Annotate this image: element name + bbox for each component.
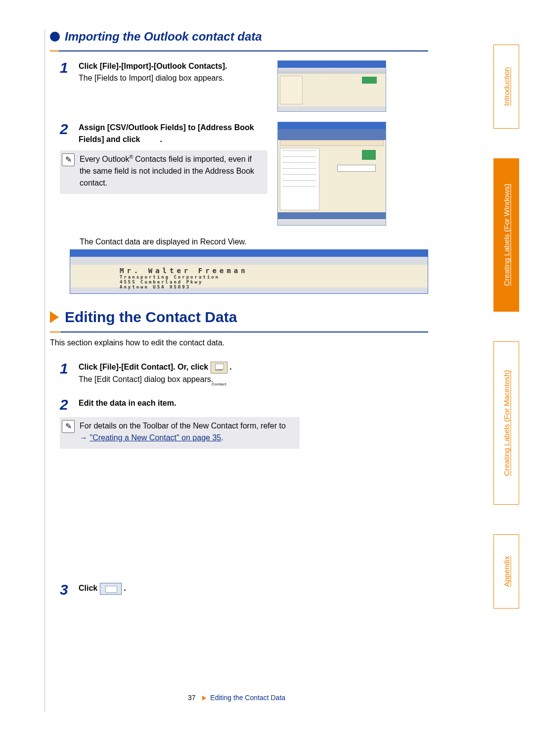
tab-introduction[interactable]: Introduction [493, 45, 519, 129]
subheading-import: Importing the Outlook contact data [50, 30, 428, 44]
note-icon: ✎ [62, 153, 75, 166]
step-desc: The [Edit Contact] dialog box appears. [79, 375, 213, 383]
note-icon: ✎ [62, 420, 75, 433]
step-number: 2 [60, 122, 74, 137]
record-line2: Transporting Corporation [120, 275, 248, 280]
record-name: Mr. Walter Freeman [120, 267, 248, 275]
bullet-circle-icon [50, 32, 60, 42]
tab-creating-labels-windows[interactable]: Creating Labels (For Windows) [493, 158, 519, 312]
link-creating-new-contact[interactable]: "Creating a New Contact" on page 35 [89, 433, 221, 442]
note-text-a: For details on the Toolbar of the New Co… [80, 422, 286, 430]
edit-contact-button-icon: Edit Contact [211, 362, 227, 374]
step-title-b: . [229, 363, 231, 371]
screenshot-outlook-contacts [277, 60, 386, 112]
subheading-text: Importing the Outlook contact data [65, 30, 262, 44]
edit-step-3: 3 Click . [60, 582, 428, 597]
tab-label: Creating Labels (For Macintosh) [502, 370, 511, 476]
record-line4: Anytown USA 95093 [120, 284, 248, 289]
note-text-b: . [221, 433, 223, 442]
step-desc: The [Fields to Import] dialog box appear… [79, 74, 224, 82]
page-footer: 37 Editing the Contact Data [45, 694, 428, 702]
section-desc: This section explains how to edit the co… [50, 338, 428, 347]
tab-label: Appendix [502, 556, 511, 587]
step-number: 1 [60, 361, 74, 376]
step-title-a: Click [79, 584, 100, 592]
import-step-2-row: 2 Assign [CSV/Outlook Fields] to [Addres… [50, 122, 428, 226]
note-outlook-fields: ✎ Every Outlook® Contacts field is impor… [60, 150, 267, 194]
rule-under-subheading [50, 50, 428, 51]
edit-step-1: 1 Click [File]-[Edit Contact]. Or, click… [60, 361, 428, 385]
tab-label: Creating Labels (For Windows) [502, 184, 511, 286]
edit-step-2: 2 Edit the data in each item. [60, 397, 428, 412]
import-step-2: 2 Assign [CSV/Outlook Fields] to [Addres… [60, 122, 267, 145]
step-number: 1 [60, 60, 74, 75]
section-title: Editing the Contact Data [65, 309, 237, 326]
screenshot-record-view: Mr. Walter Freeman Transporting Corporat… [70, 249, 428, 294]
ok-button-icon [100, 583, 122, 595]
screenshot-field-assign [277, 122, 386, 226]
note-text-a: Every Outlook [80, 155, 129, 163]
running-head: Editing the Contact Data [210, 694, 285, 702]
tab-creating-labels-macintosh[interactable]: Creating Labels (For Macintosh) [493, 341, 519, 505]
rule-under-section [50, 331, 428, 332]
step-title: Edit the data in each item. [79, 399, 176, 407]
record-line3: 4555 Cumberland Pkwy [120, 280, 248, 284]
record-caption: The Contact data are displayed in Record… [80, 237, 428, 246]
side-tabs: Introduction Creating Labels (For Window… [490, 45, 524, 638]
import-step-1-row: 1 Click [File]-[Import]-[Outlook Contact… [50, 60, 428, 112]
page-number: 37 [188, 694, 196, 702]
step-title: Click [File]-[Import]-[Outlook Contacts]… [79, 62, 227, 70]
step-title-b: . [124, 584, 126, 592]
step-number: 3 [60, 582, 74, 597]
note-sup: ® [129, 154, 133, 160]
tab-appendix[interactable]: Appendix [493, 534, 519, 609]
tab-label: Introduction [502, 67, 511, 106]
note-toolbar-ref: ✎ For details on the Toolbar of the New … [60, 417, 300, 449]
step-number: 2 [60, 397, 74, 412]
step-title-a: Click [File]-[Edit Contact]. Or, click [79, 363, 211, 371]
section-editing-heading: Editing the Contact Data [50, 309, 428, 326]
step-title-a: Assign [CSV/Outlook Fields] to [Address … [79, 123, 254, 143]
triangle-small-icon [202, 696, 206, 701]
import-step-1: 1 Click [File]-[Import]-[Outlook Contact… [60, 60, 267, 84]
triangle-bullet-icon [50, 311, 59, 323]
step-title-b: . [160, 135, 162, 143]
